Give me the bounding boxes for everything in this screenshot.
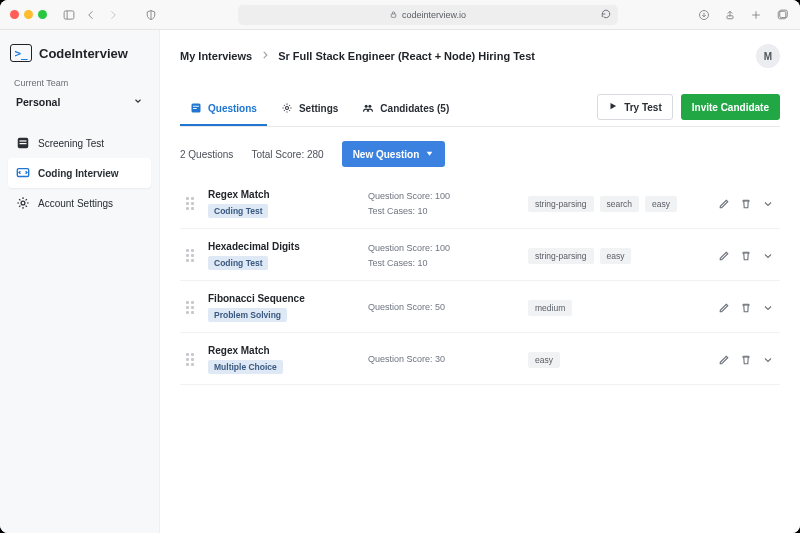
expand-row-icon[interactable] [762,250,774,262]
gear-icon [16,196,30,210]
edit-icon[interactable] [718,302,730,314]
question-tags: string-parsingeasy [528,248,714,264]
svg-rect-11 [20,140,27,141]
brand-glyph: >_ [14,47,27,60]
question-score: Question Score: 100 [368,241,528,255]
trash-icon[interactable] [740,250,752,262]
main: My Interviews Sr Full Stack Engineer (Re… [160,30,800,533]
trash-icon[interactable] [740,198,752,210]
sidebar-item-label: Coding Interview [38,168,119,179]
question-row: Fibonacci SequenceProblem SolvingQuestio… [180,283,780,333]
tag[interactable]: search [600,196,640,212]
new-question-button[interactable]: New Question [342,141,446,167]
app: >_ CodeInterview Current Team Personal S… [0,30,800,533]
avatar[interactable]: M [756,44,780,68]
drag-handle-icon[interactable] [186,249,196,262]
nav-forward-icon[interactable] [105,7,121,23]
edit-icon[interactable] [718,354,730,366]
browser-window: codeinterview.io >_ CodeInterview Curren… [0,0,800,533]
expand-row-icon[interactable] [762,198,774,210]
button-label: Try Test [624,102,662,113]
question-title-wrap[interactable]: Regex MatchCoding Test [208,189,368,218]
question-title-wrap[interactable]: Hexadecimal DigitsCoding Test [208,241,368,270]
question-tags: medium [528,300,714,316]
new-tab-icon[interactable] [748,7,764,23]
tab-label: Candidates (5) [380,103,449,114]
tag[interactable]: easy [645,196,677,212]
trash-icon[interactable] [740,354,752,366]
tag[interactable]: medium [528,300,572,316]
breadcrumb-item[interactable]: Sr Full Stack Engineer (React + Node) Hi… [278,50,535,62]
tag[interactable]: string-parsing [528,248,594,264]
play-icon [608,101,618,113]
question-kind-pill: Coding Test [208,256,268,270]
nav-back-icon[interactable] [83,7,99,23]
try-test-button[interactable]: Try Test [597,94,673,120]
download-icon[interactable] [696,7,712,23]
svg-rect-17 [193,108,197,109]
address-bar-wrap: codeinterview.io [165,5,690,25]
brand[interactable]: >_ CodeInterview [8,40,151,74]
drag-handle-icon[interactable] [186,301,196,314]
question-title: Fibonacci Sequence [208,293,368,304]
minimize-window-icon[interactable] [24,10,33,19]
svg-rect-12 [20,143,27,144]
tab-settings[interactable]: Settings [271,94,348,126]
expand-row-icon[interactable] [762,302,774,314]
trash-icon[interactable] [740,302,752,314]
reload-icon[interactable] [600,8,612,22]
window-controls [10,10,47,19]
tag[interactable]: string-parsing [528,196,594,212]
edit-icon[interactable] [718,250,730,262]
topbar: My Interviews Sr Full Stack Engineer (Re… [180,44,780,68]
question-title: Hexadecimal Digits [208,241,368,252]
close-window-icon[interactable] [10,10,19,19]
tabs-row: Questions Settings Candidates (5) Try Te… [180,94,780,127]
drag-handle-icon[interactable] [186,197,196,210]
svg-point-19 [365,105,368,108]
svg-point-20 [369,105,372,108]
privacy-shield-icon[interactable] [143,7,159,23]
question-row-actions [714,198,774,210]
question-score: Question Score: 30 [368,352,528,366]
team-select[interactable]: Personal [12,90,147,114]
question-title-wrap[interactable]: Regex MatchMultiple Choice [208,345,368,374]
sidebar-item-account-settings[interactable]: Account Settings [8,188,151,218]
svg-rect-2 [391,14,396,17]
question-meta: Question Score: 30 [368,352,528,366]
question-tags: easy [528,352,714,368]
total-score: Total Score: 280 [251,149,323,160]
question-title-wrap[interactable]: Fibonacci SequenceProblem Solving [208,293,368,322]
drag-handle-icon[interactable] [186,353,196,366]
brand-name: CodeInterview [39,46,128,61]
questions-tab-icon [190,102,202,114]
edit-icon[interactable] [718,198,730,210]
question-tags: string-parsingsearcheasy [528,196,714,212]
tag[interactable]: easy [528,352,560,368]
maximize-window-icon[interactable] [38,10,47,19]
question-kind-pill: Problem Solving [208,308,287,322]
question-row-actions [714,250,774,262]
sidebar-item-label: Screening Test [38,138,104,149]
tab-candidates[interactable]: Candidates (5) [352,94,459,126]
tabs-overview-icon[interactable] [774,7,790,23]
sidebar-item-coding-interview[interactable]: Coding Interview [8,158,151,188]
breadcrumb: My Interviews Sr Full Stack Engineer (Re… [180,50,535,62]
sidebar-item-label: Account Settings [38,198,113,209]
invite-candidate-button[interactable]: Invite Candidate [681,94,780,120]
address-bar-text: codeinterview.io [402,10,466,20]
share-icon[interactable] [722,7,738,23]
address-bar[interactable]: codeinterview.io [238,5,618,25]
tab-questions[interactable]: Questions [180,94,267,126]
screening-test-icon [16,136,30,150]
question-score: Question Score: 50 [368,300,528,314]
sidebar-item-screening-test[interactable]: Screening Test [8,128,151,158]
question-score: Question Score: 100 [368,189,528,203]
chevron-right-icon [260,50,270,62]
svg-point-14 [21,201,25,205]
expand-row-icon[interactable] [762,354,774,366]
question-meta: Question Score: 100Test Cases: 10 [368,189,528,218]
tag[interactable]: easy [600,248,632,264]
sidebar-toggle-icon[interactable] [61,7,77,23]
breadcrumb-item[interactable]: My Interviews [180,50,252,62]
